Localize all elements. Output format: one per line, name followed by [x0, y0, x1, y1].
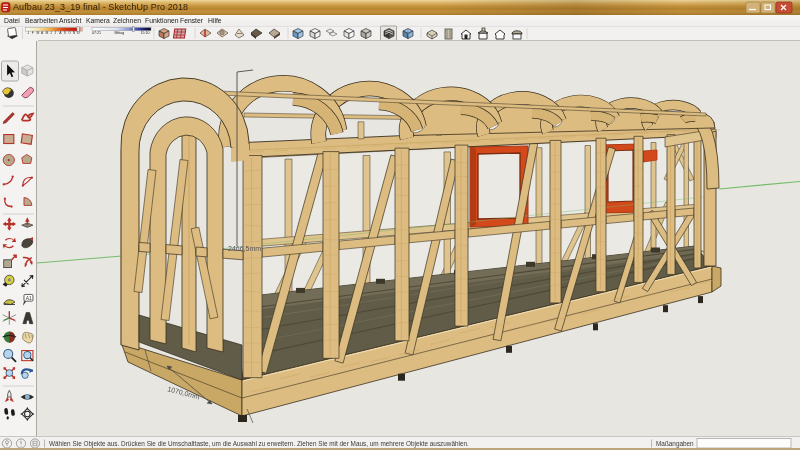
svg-text:S: S — [64, 31, 67, 35]
svg-text:J: J — [27, 31, 29, 35]
svg-text:D: D — [77, 31, 80, 35]
svg-text:Mittag: Mittag — [115, 31, 125, 35]
svg-text:N: N — [73, 31, 76, 35]
svg-text:F: F — [32, 31, 34, 35]
svg-text:M: M — [36, 31, 39, 35]
svg-text:2466,5mm: 2466,5mm — [228, 245, 261, 252]
svg-text:07:21: 07:21 — [92, 31, 101, 35]
svg-text:M: M — [46, 31, 49, 35]
svg-text:A1: A1 — [26, 295, 32, 301]
svg-text:J: J — [55, 31, 57, 35]
svg-text:A: A — [41, 31, 44, 35]
svg-text:Wählen Sie Objekte aus. Drücke: Wählen Sie Objekte aus. Drücken Sie die … — [49, 440, 469, 448]
svg-text:Maßangaben: Maßangaben — [656, 440, 694, 448]
svg-text:A: A — [59, 31, 62, 35]
svg-text:J: J — [50, 31, 52, 35]
svg-text:15:10: 15:10 — [141, 31, 150, 35]
svg-text:O: O — [68, 31, 71, 35]
